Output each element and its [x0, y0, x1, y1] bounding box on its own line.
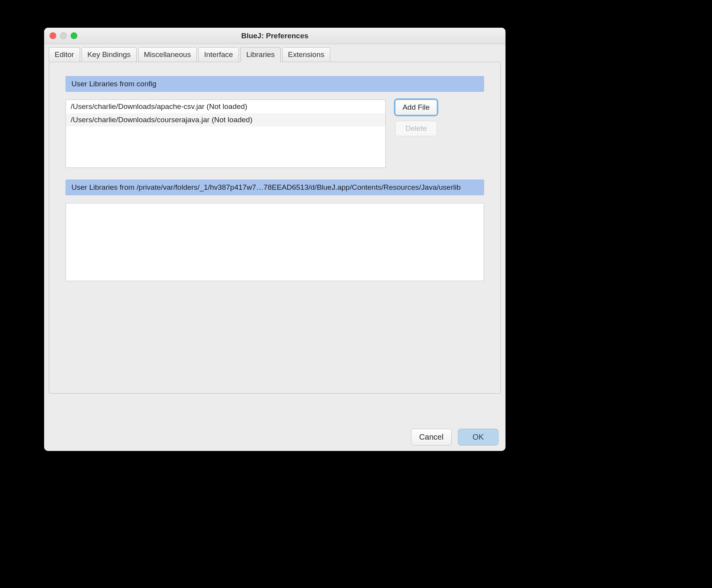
- window-title: BlueJ: Preferences: [241, 32, 308, 40]
- config-libs-list[interactable]: /Users/charlie/Downloads/apache-csv.jar …: [66, 100, 386, 168]
- add-file-button[interactable]: Add File: [395, 100, 437, 115]
- config-libs-heading: User Libraries from config: [66, 76, 484, 92]
- tab-key-bindings[interactable]: Key Bindings: [82, 47, 137, 62]
- titlebar: BlueJ: Preferences: [44, 28, 506, 44]
- libraries-panel: User Libraries from config /Users/charli…: [49, 62, 501, 394]
- userlib-heading: User Libraries from /private/var/folders…: [66, 180, 484, 195]
- preferences-window: BlueJ: Preferences Editor Key Bindings M…: [44, 28, 506, 451]
- list-item[interactable]: /Users/charlie/Downloads/apache-csv.jar …: [66, 100, 385, 113]
- tab-libraries[interactable]: Libraries: [240, 47, 281, 62]
- tab-miscellaneous[interactable]: Miscellaneous: [138, 47, 197, 62]
- close-icon[interactable]: [50, 32, 56, 39]
- tab-extensions[interactable]: Extensions: [282, 47, 330, 62]
- cancel-button[interactable]: Cancel: [411, 429, 452, 445]
- delete-button: Delete: [395, 121, 437, 136]
- userlib-list[interactable]: [66, 203, 484, 281]
- window-controls: [50, 32, 77, 39]
- minimize-icon: [60, 32, 67, 39]
- ok-button[interactable]: OK: [458, 429, 498, 445]
- list-item[interactable]: /Users/charlie/Downloads/courserajava.ja…: [66, 113, 385, 127]
- tab-editor[interactable]: Editor: [49, 47, 80, 62]
- dialog-buttons: Cancel OK: [411, 429, 498, 445]
- zoom-icon[interactable]: [71, 32, 77, 39]
- tabs: Editor Key Bindings Miscellaneous Interf…: [44, 44, 506, 62]
- tab-interface[interactable]: Interface: [198, 47, 239, 62]
